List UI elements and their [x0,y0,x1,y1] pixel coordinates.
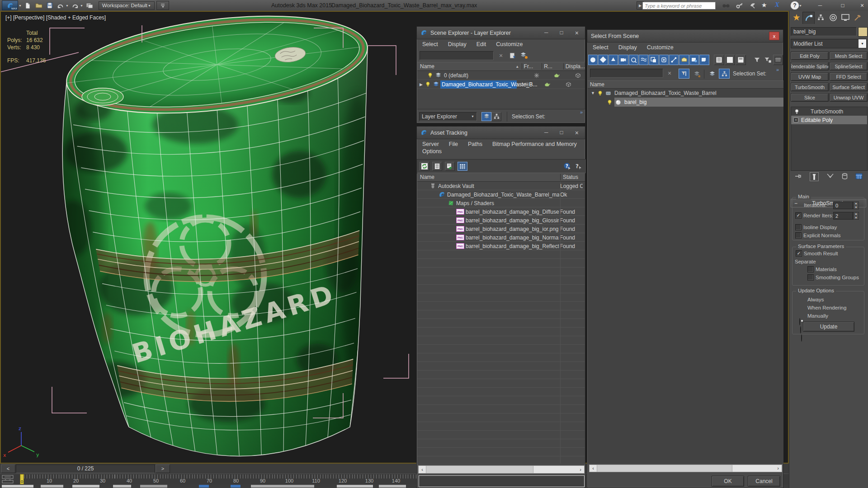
menu-select[interactable]: Select [422,41,438,47]
filter-spacewarps-icon[interactable] [639,55,648,65]
display-cube-icon[interactable] [565,81,572,88]
app-menu-arrow-icon[interactable]: ▼ [19,4,22,7]
column-frozen[interactable]: Fr... [522,63,542,70]
exchange-icon[interactable]: X [775,1,779,9]
column-name[interactable]: Name [588,81,604,88]
scroll-right-icon[interactable]: › [774,466,782,471]
open-file-icon[interactable] [34,1,43,9]
modifier-button-ffd-select[interactable]: FFD Select [830,72,868,81]
always-radio[interactable] [799,318,800,325]
filter-bones-icon[interactable] [669,55,679,65]
pin-stack-icon[interactable] [795,173,802,181]
menu-file[interactable]: File [449,141,458,147]
favorites-star-icon[interactable]: ★ [761,1,767,9]
make-unique-icon[interactable] [827,174,834,180]
barrel-model[interactable]: BIOHAZARD [1,12,420,464]
object-name-field[interactable]: barel_big [791,27,857,36]
blank-view-icon[interactable] [725,55,735,65]
new-layer-icon[interactable] [520,52,528,61]
tab-create[interactable] [790,12,802,24]
render-iters-value[interactable]: 2 [833,212,853,220]
window-maximize-icon[interactable]: □ [560,129,563,136]
layer-name[interactable]: 0 (default) [444,72,525,79]
scroll-left-icon[interactable]: ‹ [419,467,426,472]
save-file-icon[interactable] [45,1,54,9]
iterations-spinner[interactable]: 0 ▲▼ [833,202,859,209]
menu-edit[interactable]: Edit [476,41,486,47]
column-render[interactable]: R... [542,63,563,70]
help-mode-icon[interactable]: ? [563,162,571,172]
asset-tracking-hscrollbar[interactable]: ‹ › [418,465,585,474]
stack-item-editable-poly[interactable]: + Editable Poly [791,116,867,124]
filter-helpers-icon[interactable] [629,55,638,65]
object-color-swatch[interactable] [858,27,868,37]
toolbar-overflow-chevrons[interactable]: » [776,67,778,72]
new-file-icon[interactable] [24,1,33,9]
column-view-icon[interactable] [736,55,746,65]
scene-explorer-search-input[interactable] [420,51,494,60]
modifier-button-slice[interactable]: Slice [791,93,829,102]
window-close-icon[interactable]: × [575,129,579,136]
minimize-button[interactable]: ─ [811,2,829,9]
report-view-icon[interactable] [432,162,442,171]
column-name[interactable]: Name [417,174,560,180]
scene-explorer-titlebar[interactable]: Scene Explorer - Layer Explorer ─ □ × [417,27,585,39]
redo-icon[interactable] [71,1,80,9]
tab-display[interactable] [839,12,851,24]
frozen-snowflake-icon[interactable] [533,72,540,79]
filter-groups-icon[interactable] [649,55,658,65]
table-view-icon[interactable] [458,162,467,171]
window-minimize-icon[interactable]: ─ [544,129,548,136]
menu-display[interactable]: Display [448,41,467,47]
filter-combinations-icon[interactable] [752,55,762,65]
modifier-button-renderable-spline[interactable]: Renderable Spline [791,62,829,70]
filter-geometry-icon[interactable] [588,55,598,65]
tree-node-label[interactable]: Damaged_Biohazard_Toxic_Waste_Barrel [614,90,717,96]
select-from-scene-titlebar[interactable]: Select From Scene x [587,30,783,42]
expand-plus-icon[interactable]: + [793,117,798,122]
pick-layer-icon[interactable] [509,52,517,61]
filter-cameras-icon[interactable] [618,55,628,65]
when-rendering-radio[interactable] [800,326,801,333]
collapse-arrow-icon[interactable]: ▼ [591,91,595,95]
filter-shapes-icon[interactable] [598,55,608,65]
asset-tracking-window[interactable]: Asset Tracking ─ □ × Server File Paths B… [416,126,585,488]
renderable-teapot-icon[interactable] [553,72,560,79]
sort-by-layer-button[interactable] [481,112,491,121]
toolbar-overflow-icon[interactable] [156,1,169,10]
spinner-arrows-icon[interactable]: ▲▼ [853,202,859,209]
filter-lights-icon[interactable] [609,55,618,65]
remove-modifier-icon[interactable] [842,173,848,181]
restore-button[interactable]: □ [834,2,851,9]
redo-history-arrow-icon[interactable]: ▼ [80,4,83,7]
render-iters-checkbox[interactable] [795,212,802,219]
search-filter-icon[interactable] [679,69,689,79]
mini-curve-editor-icon[interactable] [2,475,14,485]
column-display[interactable]: Displa... [563,63,585,70]
filter-hidden-icon[interactable] [699,55,709,65]
scroll-right-icon[interactable]: › [577,467,584,472]
modifier-button-splineselect[interactable]: SplineSelect [830,62,868,70]
scrollbar-thumb[interactable] [426,466,533,473]
visibility-bulb-icon[interactable] [427,72,434,79]
menu-customize[interactable]: Customize [496,41,523,47]
tab-hierarchy[interactable] [815,12,827,24]
menu-display[interactable]: Display [618,44,637,51]
modifier-enabled-bulb-icon[interactable] [794,108,800,114]
undo-history-arrow-icon[interactable]: ▼ [66,4,69,7]
workspace-dropdown[interactable]: Workspace: Default ▼ [99,1,155,10]
scroll-left-icon[interactable]: ‹ [590,466,597,471]
stack-item-turbosmooth[interactable]: TurboSmooth [791,107,867,116]
project-folder-icon[interactable] [85,1,94,9]
materials-checkbox[interactable] [807,266,814,272]
menu-server[interactable]: Server [422,141,439,147]
tree-row[interactable]: ▼ Damaged_Biohazard_Toxic_Waste_Barrel [588,89,783,98]
advanced-filter-icon[interactable] [762,55,772,65]
sort-ascending-icon[interactable]: ▲ [515,65,521,69]
max-logo-button[interactable]: MAX [2,0,18,10]
iterations-value[interactable]: 0 [833,202,853,209]
modifier-button-surface-select[interactable]: Surface Select [830,83,868,91]
select-scene-search-input[interactable] [590,69,663,78]
modifier-button-mesh-select[interactable]: Mesh Select [830,52,868,60]
sign-in-key-icon[interactable] [735,1,744,9]
